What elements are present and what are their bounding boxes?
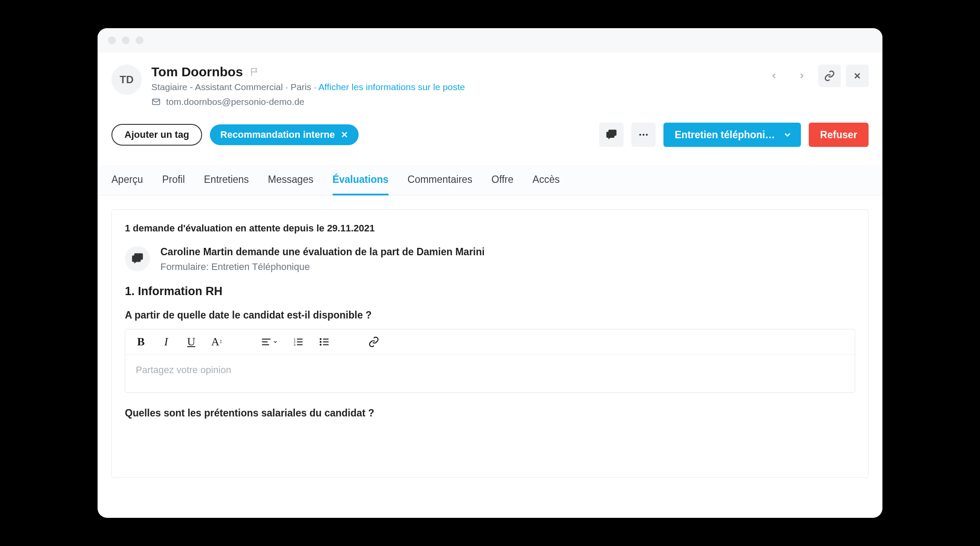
content-area: TD Tom Doornbos Stagiaire - Assistant Co… — [98, 52, 882, 518]
remove-tag-icon[interactable]: ✕ — [341, 130, 348, 140]
evaluation-panel: 1 demande d'évaluation en attente depuis… — [111, 209, 869, 478]
bold-button[interactable]: B — [136, 335, 146, 348]
comments-button[interactable] — [599, 123, 624, 147]
evaluation-request: Caroline Martin demande une évaluation d… — [125, 246, 855, 273]
editor-textarea[interactable]: Partagez votre opinion — [125, 355, 855, 392]
svg-point-2 — [643, 134, 644, 136]
tab-offre[interactable]: Offre — [491, 165, 513, 195]
tag-label: Recommandation interne — [220, 129, 335, 140]
window-titlebar — [98, 28, 882, 52]
header-actions — [763, 65, 869, 87]
tab-apercu[interactable]: Aperçu — [111, 165, 143, 195]
tabs: Aperçu Profil Entretiens Messages Évalua… — [98, 165, 882, 195]
stage-dropdown[interactable]: Entretien téléphoni… — [663, 123, 801, 147]
prev-candidate-button[interactable] — [763, 65, 785, 87]
more-actions-button[interactable] — [631, 123, 656, 147]
section-title: 1. Information RH — [125, 285, 855, 298]
font-size-button[interactable]: A↕ — [211, 335, 222, 348]
tags-actions-row: Ajouter un tag Recommandation interne ✕ … — [111, 123, 869, 147]
candidate-name: Tom Doornbos — [151, 65, 243, 79]
stage-label: Entretien téléphoni… — [675, 129, 775, 141]
envelope-icon — [151, 97, 161, 107]
chevron-down-icon — [783, 130, 792, 140]
svg-point-17 — [320, 341, 321, 343]
tab-evaluations[interactable]: Évaluations — [333, 165, 389, 195]
svg-point-16 — [320, 338, 321, 340]
candidate-location: Paris — [291, 82, 311, 92]
avatar: TD — [111, 65, 142, 95]
svg-point-3 — [646, 134, 647, 136]
tab-acces[interactable]: Accès — [532, 165, 560, 195]
refuse-button[interactable]: Refuser — [809, 123, 869, 147]
editor-toolbar: B I U A↕ 123 — [125, 329, 855, 355]
add-tag-button[interactable]: Ajouter un tag — [111, 124, 202, 146]
svg-text:3: 3 — [294, 343, 295, 347]
italic-button[interactable]: I — [161, 335, 171, 348]
request-form: Formulaire: Entretien Téléphonique — [160, 261, 485, 273]
next-candidate-button[interactable] — [791, 65, 813, 87]
request-title: Caroline Martin demande une évaluation d… — [160, 246, 485, 258]
position-info-link[interactable]: Afficher les informations sur le poste — [318, 82, 465, 92]
svg-point-1 — [639, 134, 641, 136]
tab-messages[interactable]: Messages — [268, 165, 314, 195]
question-2: Quelles sont les prétentions salariales … — [125, 407, 855, 419]
window-control-close[interactable] — [108, 36, 116, 44]
flag-icon[interactable] — [250, 67, 260, 77]
candidate-email[interactable]: tom.doornbos@personio-demo.de — [166, 97, 304, 107]
align-button[interactable] — [261, 336, 278, 348]
link-button[interactable] — [368, 336, 379, 348]
pending-evaluation-text: 1 demande d'évaluation en attente depuis… — [125, 223, 855, 234]
tag-chip[interactable]: Recommandation interne ✕ — [210, 124, 359, 145]
rich-text-editor: B I U A↕ 123 — [125, 329, 855, 393]
question-1: A partir de quelle date le candidat est-… — [125, 309, 855, 321]
comments-icon — [125, 246, 150, 271]
underline-button[interactable]: U — [186, 335, 196, 348]
close-button[interactable] — [846, 65, 869, 87]
app-window: TD Tom Doornbos Stagiaire - Assistant Co… — [98, 28, 882, 518]
ordered-list-button[interactable]: 123 — [293, 336, 304, 348]
candidate-header: TD Tom Doornbos Stagiaire - Assistant Co… — [111, 65, 869, 107]
copy-link-button[interactable] — [818, 65, 841, 87]
tab-entretiens[interactable]: Entretiens — [204, 165, 249, 195]
tab-profil[interactable]: Profil — [162, 165, 185, 195]
candidate-role: Stagiaire - Assistant Commercial — [151, 82, 283, 92]
candidate-info: Tom Doornbos Stagiaire - Assistant Comme… — [151, 65, 753, 107]
bullet-list-button[interactable] — [319, 336, 330, 348]
svg-point-18 — [320, 344, 321, 345]
candidate-subtitle: Stagiaire - Assistant Commercial · Paris… — [151, 82, 753, 92]
window-control-minimize[interactable] — [122, 36, 130, 44]
tab-commentaires[interactable]: Commentaires — [408, 165, 473, 195]
window-control-zoom[interactable] — [136, 36, 144, 44]
